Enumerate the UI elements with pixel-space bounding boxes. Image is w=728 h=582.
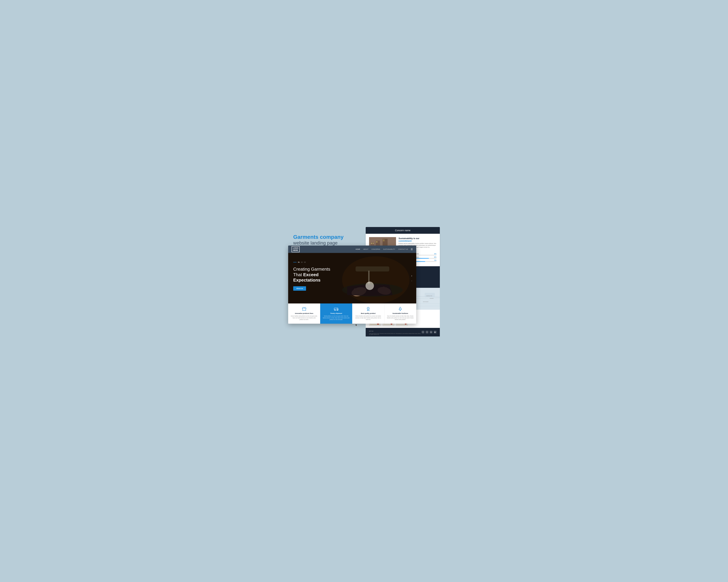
nav-item-contact[interactable]: CONTACT US [398,248,408,250]
svg-point-84 [365,282,374,290]
svg-text:NADIR EN TEK: NADIR EN TEK [426,295,433,296]
progress-value-1: 40% [434,253,437,254]
top-nav-snippet: Concern name [366,227,440,234]
feature-card-quality: Best quality product Donec facilisis ant… [353,303,384,324]
footer-contact-label: ACT US [369,331,373,332]
feature-card-sustainable: Sustainable Fashions Nunc leo facilisi a… [384,303,416,324]
progress-value-2: 80% [434,256,437,258]
svg-rect-10 [383,239,385,241]
prev-arrow-button[interactable]: ‹ [411,279,412,282]
site-navbar: LOGO HERE HOME ABOUT CONCERNS SUSTAINABI… [288,246,416,253]
footer-social-icons: f t in ▶ [422,331,437,333]
svg-point-91 [368,308,369,309]
page-title-area: Garments company website landing page [293,234,344,246]
feature-title-2: Timely shipment [322,312,350,314]
sustain-title: Sustainability is our commitment [398,237,437,242]
feature-card-innovative: Innovative products lines Donec facilisi… [288,303,320,324]
page-title-sub: website landing page [293,240,344,246]
page-num-3[interactable]: 03 [304,261,306,263]
concern-name-label: Concern name [395,229,411,232]
hero-content: 01 02 03 Creating Garments That Exceed E… [293,261,330,291]
sustain-accent: commitment [398,240,412,242]
main-mockup: LOGO HERE HOME ABOUT CONCERNS SUSTAINABI… [288,246,416,324]
truck-icon [334,306,339,311]
feature-title-3: Best quality product [355,312,382,314]
hamburger-icon[interactable]: ☰ [411,248,413,251]
svg-rect-9 [376,241,378,243]
svg-rect-7 [371,243,372,244]
next-arrow-button[interactable]: › [411,274,412,278]
hero-cta-button[interactable]: About Us [293,286,306,291]
site-logo: LOGO HERE [291,246,300,252]
svg-rect-31 [425,293,435,297]
outer-container: Garments company website landing page Co… [288,227,440,355]
nav-item-home[interactable]: HOME [356,248,360,250]
feature-body-3: Donec facilisis ante pretium eu urnunc l… [355,315,382,321]
svg-text:SOLMAID: SOLMAID [430,298,434,299]
svg-rect-69 [356,267,389,272]
svg-text:NAYA NAGAR: NAYA NAGAR [423,301,428,302]
youtube-icon[interactable]: ▶ [434,331,437,333]
jacket-icon [302,306,307,311]
site-hero: 01 02 03 Creating Garments That Exceed E… [288,253,416,303]
nav-item-concerns[interactable]: CONCERNS [371,248,380,250]
svg-rect-8 [373,243,374,244]
hero-pagination: 01 02 03 [293,261,330,263]
feature-card-shipment: Timely shipment Aente pretium eu nisl ur… [320,303,352,324]
linkedin-icon[interactable]: in [430,331,433,333]
footer-small-text: Lorem ipsum dolor sit amet. Fermentum ma… [369,333,422,335]
pagination-line [293,262,296,262]
feature-cards: Innovative products lines Donec facilisi… [288,303,416,324]
feature-title-4: Sustainable Fashions [387,312,414,314]
feature-body-1: Donec facilisis ante pretium eu nisl urn… [290,315,318,321]
feature-body-2: Aente pretium eu nisl urna quis amet. Nu… [322,315,350,321]
nav-item-sustainability[interactable]: SUSTAINABILITY [383,248,395,250]
site-nav-items: HOME ABOUT CONCERNS SUSTAINABILITY CONTA… [356,248,408,250]
cursor-indicator [356,324,358,327]
page-num-1[interactable]: 01 [298,261,300,263]
svg-point-90 [367,307,369,309]
page-num-2[interactable]: 02 [301,261,303,263]
tree-icon [398,306,402,311]
page-title-main: Garments company [293,234,344,240]
award-icon [366,306,370,311]
feature-title-1: Innovative products lines [290,312,318,314]
nav-item-about[interactable]: ABOUT [363,248,368,250]
footer-bar: ACT US Lorem ipsum dolor sit amet. Ferme… [366,328,440,336]
hero-title: Creating Garments That Exceed Expectatio… [293,267,330,283]
feature-body-4: Nunc leo facilisi aenean at vitae vitae … [387,315,414,321]
progress-value-3: 70% [434,260,437,261]
twitter-icon[interactable]: t [426,331,428,333]
facebook-icon[interactable]: f [422,331,424,333]
